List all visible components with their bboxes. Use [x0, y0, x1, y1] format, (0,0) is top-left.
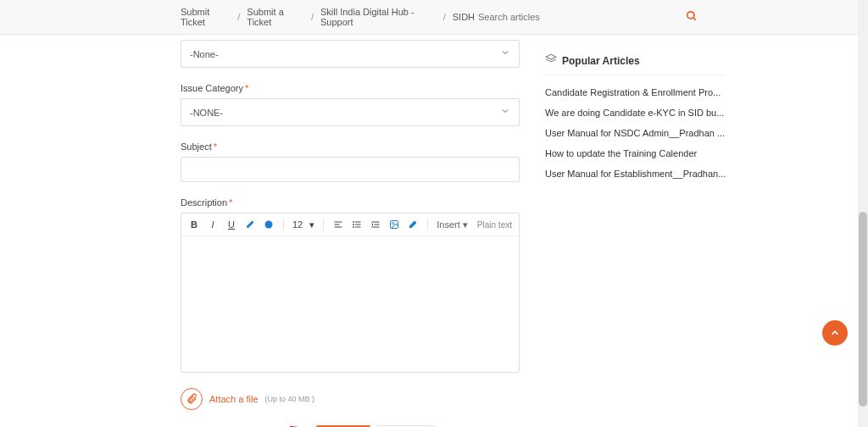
breadcrumb-item[interactable]: Submit Ticket	[181, 7, 231, 27]
scrollbar-thumb[interactable]	[859, 212, 867, 407]
issue-category-value: -NONE-	[190, 108, 223, 118]
issue-category-select[interactable]: -NONE-	[181, 98, 520, 126]
stack-icon	[545, 53, 557, 68]
editor-toolbar: B I U 12 ▾	[181, 214, 519, 236]
svg-point-11	[353, 227, 354, 228]
article-link[interactable]: Candidate Registration & Enrollment Pro.…	[545, 82, 726, 103]
search-icon[interactable]	[686, 10, 698, 25]
attach-label: Attach a file	[209, 394, 258, 404]
rich-text-editor: B I U 12 ▾	[181, 213, 520, 373]
bold-icon[interactable]: B	[188, 219, 200, 230]
svg-point-0	[687, 12, 694, 19]
caret-down-icon: ▾	[463, 219, 468, 230]
subject-label: Subject*	[181, 141, 520, 152]
svg-point-9	[353, 222, 354, 223]
topbar: Submit Ticket / Submit a Ticket / Skill …	[0, 0, 868, 35]
caret-down-icon: ▾	[309, 219, 314, 230]
search-container	[475, 8, 701, 25]
image-icon[interactable]	[388, 219, 400, 230]
chevron-down-icon	[500, 106, 510, 119]
popular-title: Popular Articles	[562, 55, 640, 67]
top-select-value: -None-	[190, 49, 219, 59]
svg-line-1	[693, 18, 696, 20]
annotation-arrow	[181, 424, 520, 427]
attach-hint: (Up to 40 MB )	[264, 395, 314, 403]
list-icon[interactable]	[351, 219, 363, 230]
insert-dropdown[interactable]: Insert ▾	[437, 219, 468, 230]
underline-icon[interactable]: U	[225, 219, 237, 230]
article-list: Candidate Registration & Enrollment Pro.…	[545, 82, 726, 184]
indent-icon[interactable]	[370, 219, 381, 230]
search-input[interactable]	[475, 8, 701, 25]
description-label: Description*	[181, 197, 520, 208]
breadcrumb: Submit Ticket / Submit a Ticket / Skill …	[181, 7, 475, 27]
issue-category-label: Issue Category*	[181, 83, 520, 93]
edit-icon[interactable]	[244, 219, 256, 230]
breadcrumb-item[interactable]: Skill India Digital Hub - Support	[320, 7, 437, 27]
plain-text-toggle[interactable]: Plain text	[477, 220, 512, 230]
breadcrumb-sep: /	[237, 12, 240, 22]
breadcrumb-sep: /	[311, 12, 314, 22]
form-column: -None- Issue Category* -NONE- Subject* D…	[181, 35, 520, 427]
top-select[interactable]: -None-	[181, 40, 520, 68]
eraser-icon[interactable]	[407, 219, 419, 230]
svg-point-2	[265, 221, 273, 229]
font-size-select[interactable]: 12 ▾	[292, 219, 314, 230]
vertical-scrollbar[interactable]	[858, 0, 868, 427]
popular-header: Popular Articles	[545, 53, 726, 75]
svg-marker-18	[546, 54, 556, 59]
article-link[interactable]: User Manual for Establishment__Pradhan..…	[545, 164, 726, 184]
font-size-value: 12	[292, 219, 303, 230]
sidebar: Popular Articles Candidate Registration …	[545, 35, 726, 427]
article-link[interactable]: User Manual for NSDC Admin__Pradhan ...	[545, 123, 726, 143]
svg-point-16	[392, 223, 394, 225]
article-link[interactable]: How to update the Training Calender	[545, 143, 726, 164]
editor-body[interactable]	[181, 236, 519, 372]
breadcrumb-sep: /	[443, 12, 446, 22]
attach-icon	[181, 388, 203, 410]
attach-row[interactable]: Attach a file (Up to 40 MB )	[181, 388, 520, 410]
italic-icon[interactable]: I	[207, 219, 219, 230]
subject-input[interactable]	[181, 157, 520, 182]
insert-label: Insert	[437, 219, 460, 230]
chevron-down-icon	[500, 47, 510, 60]
breadcrumb-item[interactable]: SIDH	[453, 12, 475, 22]
breadcrumb-item[interactable]: Submit a Ticket	[247, 7, 304, 27]
color-icon[interactable]	[263, 219, 275, 230]
scroll-top-button[interactable]	[822, 320, 848, 346]
article-link[interactable]: We are doing Candidate e-KYC in SID bu..…	[545, 103, 726, 123]
align-left-icon[interactable]	[332, 219, 344, 230]
svg-point-10	[353, 225, 354, 225]
